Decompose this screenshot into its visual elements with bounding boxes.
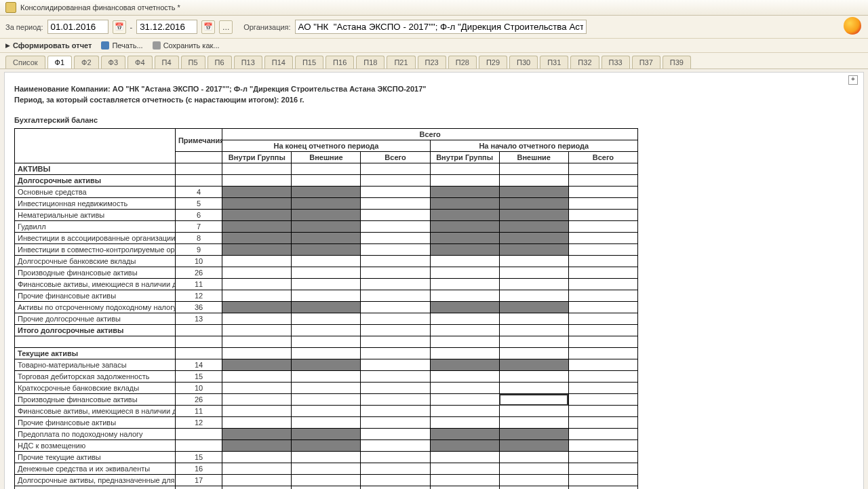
value-cell[interactable] xyxy=(292,221,361,233)
value-cell[interactable] xyxy=(292,244,361,256)
tab-П14[interactable]: П14 xyxy=(264,56,293,69)
value-cell[interactable] xyxy=(222,348,292,359)
row-note-cell[interactable] xyxy=(175,440,222,452)
value-cell[interactable] xyxy=(430,221,499,233)
value-cell[interactable] xyxy=(292,187,361,198)
value-cell[interactable] xyxy=(568,279,637,290)
value-cell[interactable] xyxy=(361,429,430,440)
value-cell[interactable] xyxy=(568,406,637,417)
row-note-cell[interactable]: 36 xyxy=(175,302,222,313)
value-cell[interactable] xyxy=(499,163,568,175)
value-cell[interactable] xyxy=(568,486,637,490)
value-cell[interactable] xyxy=(292,267,361,279)
value-cell[interactable] xyxy=(361,440,430,452)
value-cell[interactable] xyxy=(430,406,499,417)
value-cell[interactable] xyxy=(499,348,568,359)
row-name-cell[interactable]: Итого долгосрочные активы xyxy=(15,325,176,336)
value-cell[interactable] xyxy=(292,233,361,244)
value-cell[interactable] xyxy=(568,244,637,256)
value-cell[interactable] xyxy=(568,302,637,313)
value-cell[interactable] xyxy=(222,256,292,267)
value-cell[interactable] xyxy=(292,463,361,475)
tab-П6[interactable]: П6 xyxy=(208,56,232,69)
row-name-cell[interactable]: Инвестиции в ассоциированные организации xyxy=(15,233,176,244)
date-from-input[interactable] xyxy=(47,20,108,34)
value-cell[interactable] xyxy=(568,198,637,210)
value-cell[interactable] xyxy=(361,233,430,244)
value-cell[interactable] xyxy=(222,313,292,325)
value-cell[interactable] xyxy=(222,279,292,290)
value-cell[interactable] xyxy=(430,475,499,486)
value-cell[interactable] xyxy=(568,348,637,359)
value-cell[interactable] xyxy=(430,486,499,490)
row-note-cell[interactable]: 11 xyxy=(175,279,222,290)
value-cell[interactable] xyxy=(222,359,292,371)
value-cell[interactable] xyxy=(222,440,292,452)
value-cell[interactable] xyxy=(499,198,568,210)
value-cell[interactable] xyxy=(430,163,499,175)
value-cell[interactable] xyxy=(361,221,430,233)
value-cell[interactable] xyxy=(568,371,637,383)
row-note-cell[interactable] xyxy=(175,175,222,187)
value-cell[interactable] xyxy=(292,279,361,290)
expand-icon[interactable]: + xyxy=(848,75,858,85)
value-cell[interactable] xyxy=(222,475,292,486)
row-note-cell[interactable]: 10 xyxy=(175,383,222,394)
value-cell[interactable] xyxy=(292,302,361,313)
row-name-cell[interactable]: Активы по отсроченному подоходному налог… xyxy=(15,302,176,313)
row-note-cell[interactable] xyxy=(175,163,222,175)
value-cell[interactable] xyxy=(222,267,292,279)
tab-П18[interactable]: П18 xyxy=(356,56,384,69)
value-cell[interactable] xyxy=(430,290,499,302)
value-cell[interactable] xyxy=(568,221,637,233)
value-cell[interactable] xyxy=(222,429,292,440)
row-name-cell[interactable]: Прочие финансовые активы xyxy=(15,290,176,302)
value-cell[interactable] xyxy=(222,221,292,233)
value-cell[interactable] xyxy=(499,383,568,394)
row-note-cell[interactable]: 4 xyxy=(175,187,222,198)
value-cell[interactable] xyxy=(292,452,361,463)
value-cell[interactable] xyxy=(222,233,292,244)
value-cell[interactable] xyxy=(430,463,499,475)
value-cell[interactable] xyxy=(361,279,430,290)
value-cell[interactable] xyxy=(499,359,568,371)
value-cell[interactable] xyxy=(222,336,292,348)
row-note-cell[interactable]: 10 xyxy=(175,256,222,267)
value-cell[interactable] xyxy=(568,429,637,440)
value-cell[interactable] xyxy=(499,290,568,302)
value-cell[interactable] xyxy=(568,325,637,336)
row-note-cell[interactable]: 13 xyxy=(175,313,222,325)
value-cell[interactable] xyxy=(292,163,361,175)
value-cell[interactable] xyxy=(292,336,361,348)
row-name-cell[interactable]: Итого текущие активы xyxy=(15,486,176,490)
print-button[interactable]: Печать... xyxy=(101,41,142,50)
value-cell[interactable] xyxy=(568,463,637,475)
value-cell[interactable] xyxy=(430,371,499,383)
row-name-cell[interactable]: Предоплата по подоходному налогу xyxy=(15,429,176,440)
value-cell[interactable] xyxy=(568,187,637,198)
value-cell[interactable] xyxy=(222,486,292,490)
tab-П4[interactable]: П4 xyxy=(155,56,179,69)
row-name-cell[interactable]: Финансовые активы, имеющиеся в наличии д… xyxy=(15,406,176,417)
row-note-cell[interactable]: 12 xyxy=(175,290,222,302)
value-cell[interactable] xyxy=(430,267,499,279)
row-name-cell[interactable]: Долгосрочные банковские вклады xyxy=(15,256,176,267)
value-cell[interactable] xyxy=(430,417,499,429)
value-cell[interactable] xyxy=(292,290,361,302)
tab-П23[interactable]: П23 xyxy=(418,56,446,69)
date-to-input[interactable] xyxy=(136,20,197,34)
row-name-cell[interactable]: Долгосрочные активы xyxy=(15,175,176,187)
value-cell[interactable] xyxy=(499,187,568,198)
date-to-picker-icon[interactable]: 📅 xyxy=(201,20,215,34)
value-cell[interactable] xyxy=(361,302,430,313)
value-cell[interactable] xyxy=(361,475,430,486)
row-name-cell[interactable]: Производные финансовые активы xyxy=(15,267,176,279)
value-cell[interactable] xyxy=(222,302,292,313)
tab-П16[interactable]: П16 xyxy=(326,56,354,69)
value-cell[interactable] xyxy=(430,198,499,210)
tab-П32[interactable]: П32 xyxy=(570,56,599,69)
value-cell[interactable] xyxy=(361,210,430,221)
value-cell[interactable] xyxy=(292,348,361,359)
tab-П37[interactable]: П37 xyxy=(632,56,660,69)
row-note-cell[interactable]: 6 xyxy=(175,210,222,221)
